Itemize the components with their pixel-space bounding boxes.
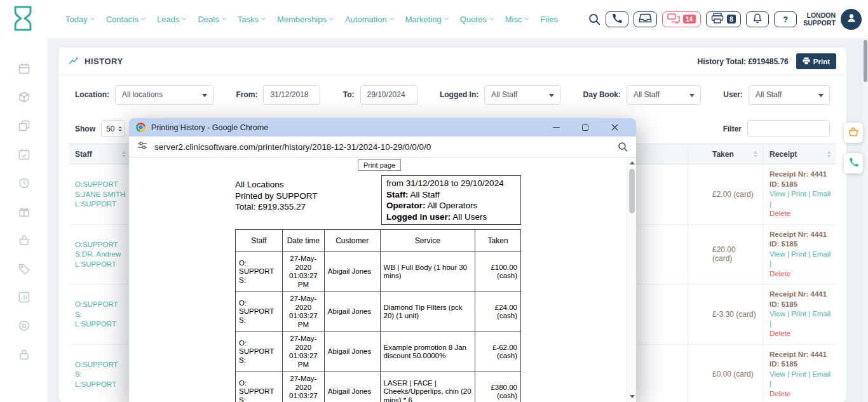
email-link[interactable]: Email [812, 190, 831, 198]
phone-fab[interactable] [844, 153, 863, 173]
print-link[interactable]: Print [791, 370, 806, 378]
receipt-cell: Receipt Nr: 4441 ID: 5185 View | Print |… [763, 225, 836, 285]
sort-icon[interactable] [754, 151, 757, 157]
nav-automation[interactable]: Automation [345, 15, 393, 24]
taken-cell: £2.00 (card) [688, 164, 763, 224]
day-book-select[interactable]: All Staff [627, 85, 701, 105]
view-link[interactable]: View [770, 310, 785, 318]
gift-icon[interactable] [18, 205, 31, 218]
targets-icon[interactable] [18, 319, 31, 332]
delete-link[interactable]: Delete [770, 389, 790, 399]
page-scrollbar[interactable] [863, 38, 868, 402]
inbox-button[interactable] [634, 11, 657, 27]
print-link[interactable]: Print [791, 250, 806, 258]
search-icon[interactable] [588, 13, 600, 25]
minimize-button[interactable] [541, 118, 571, 137]
email-link[interactable]: Email [812, 310, 831, 318]
scroll-up-icon[interactable] [630, 161, 635, 164]
to-filter: To: 29/10/2024 [343, 85, 417, 105]
printer-button[interactable]: 8 [706, 11, 742, 27]
popup-scrollbar[interactable] [627, 157, 636, 402]
print-icon [803, 57, 810, 66]
chevron-down-icon [489, 16, 494, 20]
logged-in-select[interactable]: All Staff [484, 85, 560, 105]
bell-icon [752, 13, 763, 25]
logged-in-filter: Logged In: All Staff [440, 85, 560, 105]
nav-marketing[interactable]: Marketing [405, 15, 448, 24]
offers-tag-icon[interactable] [18, 262, 31, 275]
nav-quotes[interactable]: Quotes [460, 15, 493, 24]
nav-contacts[interactable]: Contacts [106, 15, 145, 24]
nav-leads[interactable]: Leads [157, 15, 186, 24]
print-page-button[interactable]: Print page [358, 159, 401, 171]
chart-icon [69, 56, 79, 67]
delete-link[interactable]: Delete [770, 209, 790, 219]
minimize-icon [553, 127, 560, 128]
email-link[interactable]: Email [812, 370, 831, 378]
chat-button[interactable]: 14 [662, 11, 701, 27]
phone-icon [848, 157, 858, 170]
nav-tasks[interactable]: Tasks [238, 15, 265, 24]
scrollbar-thumb[interactable] [864, 40, 867, 82]
filter-label: Filter [723, 124, 742, 133]
cart-icon [848, 126, 859, 140]
nav-files[interactable]: Files [540, 15, 557, 24]
sort-icon[interactable] [122, 151, 126, 157]
nav-deals[interactable]: Deals [198, 15, 225, 24]
from-date-input[interactable]: 31/12/2018 [263, 85, 320, 105]
print-table-row: O: SUPPORTS: 27-May-2020 01:03:27 PM Abi… [236, 332, 521, 372]
user-select[interactable]: All Staff [749, 85, 830, 105]
scroll-down-icon[interactable] [630, 395, 635, 398]
print-link[interactable]: Print [791, 190, 806, 198]
rooms-icon[interactable] [18, 119, 31, 132]
receipt-header[interactable]: Receipt [763, 144, 836, 164]
printer-badge: 8 [727, 15, 736, 23]
page-size-select[interactable]: 50 [101, 120, 125, 137]
taken-header[interactable]: Taken [688, 144, 763, 164]
location-select[interactable]: All locations [115, 85, 214, 105]
avatar[interactable] [841, 9, 862, 30]
popup-title-bar[interactable]: Printing History - Google Chrome [129, 118, 636, 137]
cart-fab[interactable] [844, 123, 863, 143]
delete-link[interactable]: Delete [770, 329, 790, 339]
view-link[interactable]: View [770, 190, 785, 198]
package-icon[interactable] [18, 91, 31, 104]
view-link[interactable]: View [770, 370, 785, 378]
phone-button[interactable] [606, 11, 628, 27]
site-settings-icon[interactable] [137, 140, 147, 153]
user-filter: User: All Staff [723, 85, 830, 105]
location-filter: Location: All locations [75, 85, 214, 105]
filter-input[interactable] [747, 120, 830, 137]
history-icon[interactable] [18, 177, 31, 189]
maximize-button[interactable] [571, 118, 600, 137]
question-icon: ? [783, 15, 788, 24]
delete-link[interactable]: Delete [770, 269, 790, 279]
maximize-icon [582, 124, 588, 131]
nav-memberships[interactable]: Memberships [277, 15, 333, 24]
help-button[interactable]: ? [774, 11, 797, 27]
email-link[interactable]: Email [812, 250, 831, 258]
print-link[interactable]: Print [791, 310, 806, 318]
clinicsoftware-logo[interactable] [11, 5, 34, 34]
print-button[interactable]: Print [796, 53, 836, 69]
nav-misc[interactable]: Misc [505, 15, 529, 24]
print-table-header: Staff Date time Customer Service Taken [236, 230, 521, 252]
filter-box: Filter [723, 120, 830, 137]
reports-icon[interactable] [18, 291, 31, 304]
notifications-button[interactable] [746, 11, 769, 27]
calendar-icon[interactable] [18, 62, 31, 75]
scrollbar-thumb[interactable] [629, 169, 635, 213]
view-link[interactable]: View [770, 250, 785, 258]
staff-cell: O:SUPPORT S: L:SUPPORT [69, 285, 130, 344]
lock-icon[interactable] [18, 348, 31, 361]
zoom-icon[interactable] [618, 142, 628, 152]
staff-header[interactable]: Staff [69, 144, 130, 164]
sort-icon[interactable] [827, 151, 831, 157]
to-date-input[interactable]: 29/10/2024 [360, 85, 417, 105]
url-text[interactable]: server2.clinicsoftware.com/printer/histo… [154, 142, 431, 152]
close-button[interactable] [600, 118, 629, 137]
chrome-icon [136, 123, 146, 132]
basket-icon[interactable] [18, 234, 31, 246]
bookings-icon[interactable] [18, 148, 31, 161]
nav-today[interactable]: Today [65, 15, 94, 24]
